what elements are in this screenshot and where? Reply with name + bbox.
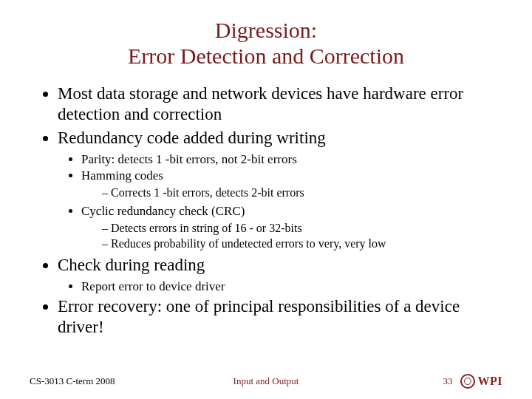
sub-item: Hamming codes	[81, 168, 502, 184]
bullet-item: Redundancy code added during writing	[58, 128, 502, 149]
sub-sub-item: Reduces probability of undetected errors…	[102, 236, 502, 252]
sub-list: Cyclic redundancy check (CRC)	[30, 203, 502, 219]
wpi-logo: WPI	[460, 374, 503, 389]
footer-right: 33 WPI	[443, 374, 503, 389]
footer: CS-3013 C-term 2008 Input and Output 33 …	[0, 374, 532, 389]
bullet-item: Check during reading	[58, 255, 502, 276]
title-line-1: Digression:	[215, 18, 317, 42]
bullet-item: Error recovery: one of principal respons…	[58, 296, 502, 338]
slide: Digression: Error Detection and Correcti…	[0, 0, 532, 399]
footer-topic: Input and Output	[233, 375, 299, 387]
sub-item: Report error to device driver	[81, 279, 502, 295]
sub-sub-item: Corrects 1 -bit errors, detects 2-bit er…	[102, 185, 502, 201]
bullet-list: Error recovery: one of principal respons…	[30, 296, 502, 338]
bullet-item: Most data storage and network devices ha…	[58, 83, 502, 125]
bullet-list: Most data storage and network devices ha…	[30, 83, 502, 149]
wpi-seal-icon	[460, 374, 475, 389]
sub-list: Parity: detects 1 -bit errors, not 2-bit…	[30, 151, 502, 184]
sub-list: Report error to device driver	[30, 279, 502, 295]
title-line-2: Error Detection and Correction	[128, 44, 404, 68]
bullet-list: Check during reading	[30, 255, 502, 276]
slide-title: Digression: Error Detection and Correcti…	[30, 18, 502, 69]
page-number: 33	[443, 375, 453, 387]
sub-item: Cyclic redundancy check (CRC)	[81, 203, 502, 219]
wpi-logo-text: WPI	[478, 375, 503, 388]
sub-sub-item: Detects errors in string of 16 - or 32-b…	[102, 221, 502, 236]
footer-course: CS-3013 C-term 2008	[30, 375, 115, 387]
sub-sub-list: Detects errors in string of 16 - or 32-b…	[30, 221, 502, 252]
sub-item: Parity: detects 1 -bit errors, not 2-bit…	[81, 151, 502, 168]
sub-sub-list: Corrects 1 -bit errors, detects 2-bit er…	[30, 185, 502, 201]
